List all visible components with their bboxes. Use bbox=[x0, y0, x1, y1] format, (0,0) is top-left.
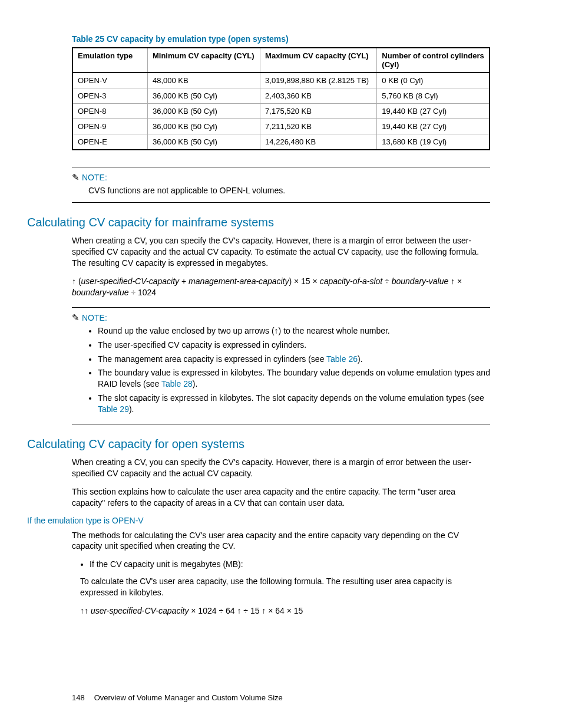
list-item: The user-specified CV capacity is expres… bbox=[98, 340, 490, 351]
page-footer: 148Overview of Volume Manager and Custom… bbox=[72, 693, 283, 702]
note-block-1: ✎ NOTE: CVS functions are not applicable… bbox=[72, 167, 490, 203]
note-icon: ✎ bbox=[72, 172, 80, 183]
formula-mainframe: ↑ (user-specified-CV-capacity + manageme… bbox=[72, 276, 490, 299]
cv-capacity-table: Emulation type Minimum CV capacity (CYL)… bbox=[72, 47, 490, 150]
paragraph: When creating a CV, you can specify the … bbox=[72, 457, 490, 479]
list-item: The slot capacity is expressed in kiloby… bbox=[98, 393, 490, 415]
list-item: Round up the value enclosed by two up ar… bbox=[98, 325, 490, 337]
note-icon: ✎ bbox=[72, 312, 80, 323]
th-emulation: Emulation type bbox=[72, 48, 147, 73]
th-max: Maximum CV capacity (CYL) bbox=[260, 48, 377, 73]
table-row: OPEN-V48,000 KB3,019,898,880 KB (2.8125 … bbox=[72, 73, 490, 88]
link-ref[interactable]: Table 26 bbox=[326, 354, 358, 364]
list-item: If the CV capacity unit is megabytes (MB… bbox=[90, 559, 490, 570]
note-block-2: ✎ NOTE: Round up the value enclosed by t… bbox=[72, 307, 490, 424]
paragraph: The methods for calculating the CV's use… bbox=[72, 530, 490, 552]
note-label: NOTE: bbox=[82, 173, 107, 182]
note-label: NOTE: bbox=[82, 313, 107, 322]
page-number: 148 bbox=[72, 693, 85, 702]
paragraph: When creating a CV, you can specify the … bbox=[72, 235, 490, 269]
formula-openv: ↑↑ user-specified-CV-capacity × 1024 ÷ 6… bbox=[80, 605, 490, 617]
heading-openv: If the emulation type is OPEN-V bbox=[27, 516, 490, 525]
table-row: OPEN-836,000 KB (50 Cyl)7,175,520 KB19,4… bbox=[72, 104, 490, 119]
note-list: Round up the value enclosed by two up ar… bbox=[88, 325, 490, 415]
list-item: The management area capacity is expresse… bbox=[98, 354, 490, 365]
table-caption: Table 25 CV capacity by emulation type (… bbox=[72, 34, 490, 44]
paragraph: To calculate the CV's user area capacity… bbox=[80, 576, 490, 598]
footer-title: Overview of Volume Manager and Custom Vo… bbox=[94, 693, 283, 702]
heading-open: Calculating CV capacity for open systems bbox=[27, 437, 490, 451]
table-row: OPEN-E36,000 KB (50 Cyl)14,226,480 KB13,… bbox=[72, 134, 490, 150]
paragraph: This section explains how to calculate t… bbox=[72, 486, 490, 509]
body-list: If the CV capacity unit is megabytes (MB… bbox=[72, 559, 490, 570]
table-row: OPEN-936,000 KB (50 Cyl)7,211,520 KB19,4… bbox=[72, 119, 490, 134]
list-item: The boundary value is expressed in kilob… bbox=[98, 367, 490, 390]
heading-mainframe: Calculating CV capacity for mainframe sy… bbox=[27, 216, 490, 229]
th-min: Minimum CV capacity (CYL) bbox=[147, 48, 260, 73]
note-text: CVS functions are not applicable to OPEN… bbox=[88, 185, 490, 196]
link-ref[interactable]: Table 28 bbox=[161, 379, 193, 388]
th-control: Number of control cylinders (Cyl) bbox=[377, 48, 490, 73]
table-row: OPEN-336,000 KB (50 Cyl)2,403,360 KB5,76… bbox=[72, 88, 490, 104]
link-ref[interactable]: Table 29 bbox=[98, 404, 129, 414]
